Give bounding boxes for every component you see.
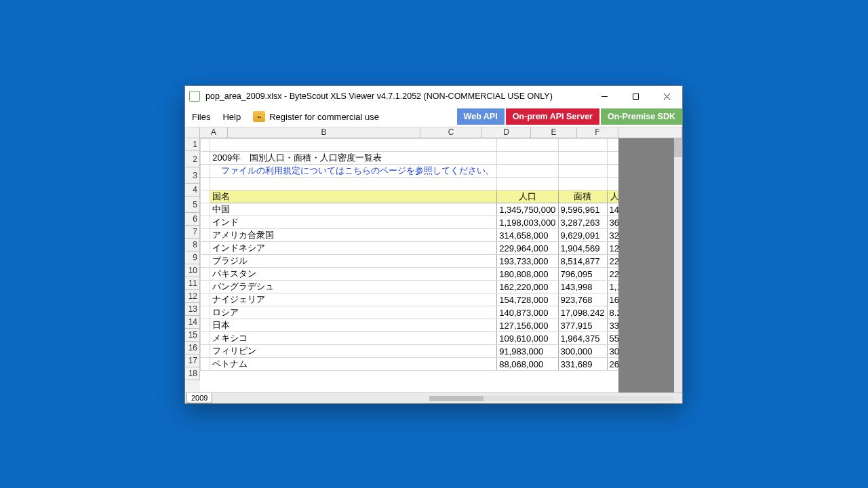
horizontal-scroll-thumb[interactable]	[429, 396, 484, 401]
row-header[interactable]: 6	[185, 213, 200, 226]
row-header[interactable]: 1	[185, 138, 200, 151]
column-headers: ABCDEF	[185, 127, 682, 138]
register-icon: ••	[253, 111, 265, 122]
close-button[interactable]	[651, 86, 682, 106]
usage-link-cell[interactable]: ファイルの利用規定についてはこちらのページを参照してください。	[210, 165, 497, 178]
table-row[interactable]: フィリピン91,983,000300,000307	[201, 345, 682, 358]
vertical-scrollbar[interactable]	[674, 138, 682, 392]
row-header[interactable]: 11	[185, 277, 200, 290]
table-row[interactable]: ブラジル193,733,0008,514,87722.8	[201, 255, 682, 268]
sheet-tab[interactable]: 2009	[186, 393, 212, 403]
table-row[interactable]: ベトナム88,068,000331,689266	[201, 358, 682, 371]
table-row[interactable]: パキスタン180,808,000796,095227	[201, 268, 682, 281]
row-header[interactable]: 9	[185, 251, 200, 264]
row-header[interactable]: 7	[185, 226, 200, 239]
table-row[interactable]: 日本127,156,000377,915336	[201, 319, 682, 332]
table-row[interactable]: ロシア140,873,00017,098,2428.2	[201, 306, 682, 319]
column-header[interactable]: C	[420, 127, 482, 138]
vertical-scroll-thumb[interactable]	[674, 138, 682, 157]
row-header[interactable]: 12	[185, 290, 200, 303]
spreadsheet-area: ABCDEF 123456789101112131415161718 2009年…	[185, 127, 682, 392]
minimize-button[interactable]	[589, 86, 620, 106]
app-icon	[189, 91, 200, 102]
column-header[interactable]: A	[200, 127, 228, 138]
column-header[interactable]: B	[228, 127, 420, 138]
row-header[interactable]: 10	[185, 264, 200, 277]
row-header[interactable]: 14	[185, 316, 200, 329]
window-buttons	[589, 86, 682, 106]
column-header[interactable]: E	[531, 127, 577, 138]
unused-area	[618, 138, 682, 392]
row-header[interactable]: 8	[185, 239, 200, 251]
app-window: pop_area_2009.xlsx - ByteScout XLS Viewe…	[184, 85, 683, 404]
horizontal-scrollbar[interactable]	[429, 396, 673, 401]
header-population: 人口	[497, 190, 558, 203]
table-row[interactable]: 中国1,345,750,0009,596,961140	[201, 203, 682, 216]
header-area: 面積	[558, 190, 607, 203]
row-header[interactable]: 3	[185, 167, 200, 184]
row-headers: 123456789101112131415161718	[185, 138, 200, 392]
sheet-title-cell: 2009年 国別人口・面積・人口密度一覧表	[210, 152, 497, 165]
row-header[interactable]: 2	[185, 151, 200, 167]
cell-grid[interactable]: 2009年 国別人口・面積・人口密度一覧表 ファイルの利用規定についてはこちらの…	[200, 138, 682, 392]
column-header[interactable]: F	[577, 127, 618, 138]
svg-rect-1	[633, 94, 638, 99]
menu-help[interactable]: Help	[222, 112, 241, 122]
row-header[interactable]: 17	[185, 354, 200, 367]
column-header[interactable]: D	[482, 127, 531, 138]
table-row[interactable]: バングラデシュ162,220,000143,9981,127	[201, 281, 682, 293]
titlebar: pop_area_2009.xlsx - ByteScout XLS Viewe…	[185, 86, 682, 106]
row-header[interactable]: 18	[185, 367, 200, 380]
row-header[interactable]: 15	[185, 329, 200, 342]
toolbar: Files Help •• Register for commercial us…	[185, 106, 682, 127]
header-country: 国名	[210, 190, 497, 203]
table-row[interactable]: メキシコ109,610,0001,964,37555.8	[201, 332, 682, 345]
onprem-sdk-button[interactable]: On-Premise SDK	[601, 108, 682, 125]
row-header[interactable]: 13	[185, 303, 200, 316]
web-api-button[interactable]: Web API	[457, 108, 505, 125]
onprem-server-button[interactable]: On-prem API Server	[506, 108, 599, 125]
menu-files[interactable]: Files	[192, 112, 210, 122]
register-link[interactable]: Register for commercial use	[269, 112, 379, 122]
table-row[interactable]: インド1,198,003,0003,287,263364	[201, 216, 682, 229]
row-header[interactable]: 4	[185, 184, 200, 197]
window-title: pop_area_2009.xlsx - ByteScout XLS Viewe…	[205, 92, 589, 101]
maximize-button[interactable]	[620, 86, 651, 106]
table-row[interactable]: インドネシア229,964,0001,904,569121	[201, 242, 682, 255]
sheet-tab-bar: 2009	[185, 392, 682, 403]
row-header[interactable]: 5	[185, 197, 200, 213]
table-row[interactable]: ナイジェリア154,728,000923,768167	[201, 293, 682, 306]
table-row[interactable]: アメリカ合衆国314,658,0009,629,09132.7	[201, 229, 682, 242]
row-header[interactable]: 16	[185, 342, 200, 354]
